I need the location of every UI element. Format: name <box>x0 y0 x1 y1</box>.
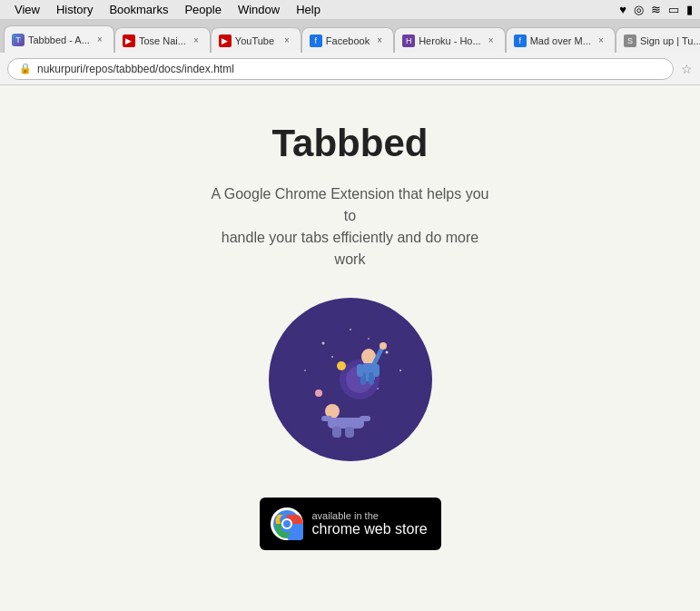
svg-rect-25 <box>345 427 354 438</box>
tab-favicon-signup: S <box>624 34 636 47</box>
svg-point-10 <box>337 361 346 370</box>
browser-tab-tabbbed[interactable]: TTabbbed - A...× <box>4 25 114 53</box>
tab-favicon-facebook: f <box>310 34 322 47</box>
status-area: ♥ ◎ ≋ ▭ ▮ <box>619 3 693 16</box>
svg-point-3 <box>368 338 370 340</box>
cws-text: available in the chrome web store <box>312 510 428 537</box>
target-icon: ◎ <box>634 3 644 16</box>
tab-favicon-tabbbed: T <box>12 34 25 46</box>
tab-label-madover: Mad over M... <box>530 35 591 46</box>
tab-favicon-madover: f <box>514 34 527 47</box>
menu-bookmarks[interactable]: Bookmarks <box>102 1 175 18</box>
menu-history[interactable]: History <box>49 1 100 18</box>
menu-people[interactable]: People <box>177 1 228 18</box>
tab-close-tabbbed[interactable]: × <box>94 34 106 46</box>
hero-illustration <box>269 298 432 461</box>
menu-window[interactable]: Window <box>231 1 287 18</box>
svg-rect-22 <box>360 416 370 421</box>
browser-tab-madover[interactable]: fMad over M...× <box>506 27 616 53</box>
tab-favicon-heroku: H <box>402 34 415 47</box>
tab-label-signup: Sign up | Tu... <box>640 35 700 46</box>
svg-rect-24 <box>332 427 341 438</box>
tab-label-tabbbed: Tabbbed - A... <box>28 34 90 45</box>
svg-point-0 <box>321 342 324 345</box>
svg-point-2 <box>385 351 388 354</box>
svg-point-5 <box>399 370 401 371</box>
browser-tab-signup[interactable]: SSign up | Tu...× <box>616 27 700 53</box>
menu-bar: View History Bookmarks People Window Hel… <box>0 0 700 20</box>
lock-icon: 🔒 <box>19 63 32 74</box>
chrome-web-store-badge[interactable]: available in the chrome web store <box>260 498 441 550</box>
page-title: Tabbbed <box>272 122 429 165</box>
svg-point-29 <box>283 520 291 527</box>
wifi-icon: ≋ <box>651 3 661 16</box>
display-icon: ▭ <box>668 3 679 16</box>
browser-tab-heroku[interactable]: HHeroku - Ho...× <box>394 27 505 53</box>
svg-point-4 <box>331 356 333 358</box>
address-text: nukurpuri/repos/tabbbed/docs/index.html <box>37 63 662 75</box>
browser-tab-tose[interactable]: ▶Tose Nai...× <box>114 27 211 53</box>
tab-close-tose[interactable]: × <box>190 34 202 47</box>
cws-store-name: chrome web store <box>312 521 428 537</box>
tab-close-heroku[interactable]: × <box>485 34 498 47</box>
svg-point-19 <box>380 342 387 350</box>
svg-rect-21 <box>328 418 364 429</box>
browser-tab-facebook[interactable]: fFacebook× <box>301 27 394 53</box>
svg-point-1 <box>350 329 351 330</box>
svg-rect-23 <box>321 416 332 421</box>
bookmark-star-icon[interactable]: ☆ <box>681 62 693 76</box>
tab-close-madover[interactable]: × <box>595 34 607 47</box>
address-input[interactable]: 🔒 nukurpuri/repos/tabbbed/docs/index.htm… <box>7 58 674 80</box>
svg-point-6 <box>304 370 306 371</box>
tab-label-facebook: Facebook <box>326 35 370 46</box>
tab-label-youtube: YouTube <box>235 35 277 46</box>
cws-available-label: available in the <box>312 510 428 521</box>
battery-icon: ▮ <box>686 3 693 16</box>
tab-close-youtube[interactable]: × <box>281 34 293 47</box>
tab-close-facebook[interactable]: × <box>373 34 386 47</box>
tab-favicon-youtube: ▶ <box>219 34 232 47</box>
heart-icon: ♥ <box>619 3 626 16</box>
tab-favicon-tose: ▶ <box>123 34 135 47</box>
menu-help[interactable]: Help <box>289 1 328 18</box>
svg-point-11 <box>315 389 322 397</box>
address-bar: 🔒 nukurpuri/repos/tabbbed/docs/index.htm… <box>0 53 700 85</box>
browser-tab-youtube[interactable]: ▶YouTube× <box>211 27 301 53</box>
tab-label-heroku: Heroku - Ho... <box>419 35 480 46</box>
tab-label-tose: Tose Nai... <box>139 35 186 46</box>
menu-view[interactable]: View <box>7 1 47 18</box>
svg-rect-16 <box>357 364 363 377</box>
page-subtitle: A Google Chrome Extension that helps you… <box>205 183 496 271</box>
tab-bar: TTabbbed - A...×▶Tose Nai...×▶YouTube×fF… <box>0 20 700 53</box>
page-content: Tabbbed A Google Chrome Extension that h… <box>0 85 700 611</box>
